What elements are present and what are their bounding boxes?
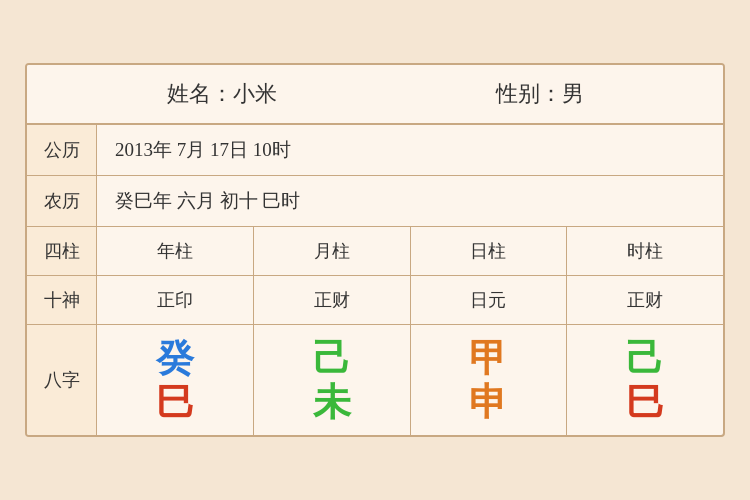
name-label: 姓名：小米 [167, 79, 277, 109]
sizhu-row: 四柱 年柱 月柱 日柱 时柱 [27, 227, 723, 276]
col-hour: 时柱 [567, 227, 723, 275]
sizhu-label: 四柱 [27, 227, 97, 275]
shishen-month: 正财 [254, 276, 411, 324]
bazhi-bottom-1: 未 [313, 383, 351, 421]
header-row: 姓名：小米 性别：男 [27, 65, 723, 125]
shishen-hour: 正财 [567, 276, 723, 324]
gregorian-value: 2013年 7月 17日 10时 [97, 125, 723, 175]
bazhi-bottom-0: 巳 [156, 383, 194, 421]
bazhi-top-3: 己 [626, 339, 664, 377]
bazhi-top-1: 己 [313, 339, 351, 377]
bazhi-col-1: 己 未 [254, 325, 411, 435]
lunar-value: 癸巳年 六月 初十 巳时 [97, 176, 723, 226]
bazhi-label: 八字 [27, 325, 97, 435]
bazhi-bottom-2: 申 [469, 383, 507, 421]
lunar-label: 农历 [27, 176, 97, 226]
shishen-row: 十神 正印 正财 日元 正财 [27, 276, 723, 325]
gregorian-label: 公历 [27, 125, 97, 175]
gregorian-row: 公历 2013年 7月 17日 10时 [27, 125, 723, 176]
bazhi-col-0: 癸 巳 [97, 325, 254, 435]
gender-label: 性别：男 [496, 79, 584, 109]
bazhi-col-2: 甲 申 [411, 325, 568, 435]
col-month: 月柱 [254, 227, 411, 275]
col-day: 日柱 [411, 227, 568, 275]
bazhi-row: 八字 癸 巳 己 未 甲 申 己 巳 [27, 325, 723, 435]
shishen-year: 正印 [97, 276, 254, 324]
bazhi-top-2: 甲 [469, 339, 507, 377]
bazhi-col-3: 己 巳 [567, 325, 723, 435]
col-year: 年柱 [97, 227, 254, 275]
shishen-label: 十神 [27, 276, 97, 324]
bazhi-bottom-3: 巳 [626, 383, 664, 421]
main-card: 姓名：小米 性别：男 公历 2013年 7月 17日 10时 农历 癸巳年 六月… [25, 63, 725, 437]
lunar-row: 农历 癸巳年 六月 初十 巳时 [27, 176, 723, 227]
shishen-day: 日元 [411, 276, 568, 324]
bazhi-top-0: 癸 [156, 339, 194, 377]
